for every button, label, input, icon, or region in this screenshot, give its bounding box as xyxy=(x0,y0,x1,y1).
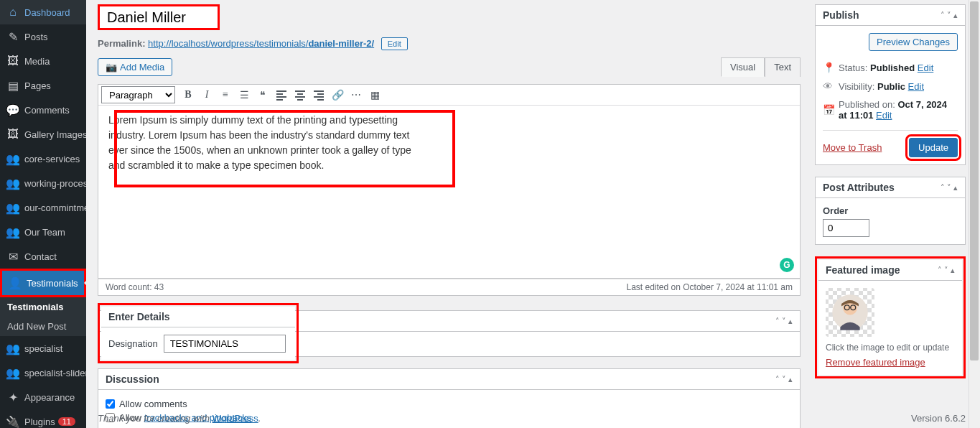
toggle-icon[interactable]: ▴ xyxy=(953,183,958,192)
calendar-icon: 📅 xyxy=(823,104,834,116)
menu-testimonials[interactable]: 👤Testimonials xyxy=(2,271,84,295)
editor-toolbar: Paragraph B I ≡ ☰ ❝ 🔗 ⋯ ▦ xyxy=(98,85,800,106)
bullet-list-button[interactable]: ≡ xyxy=(217,86,234,103)
allow-comments-label: Allow comments xyxy=(119,399,187,409)
remove-featured-image-link[interactable]: Remove featured image xyxy=(826,357,925,368)
publish-box: Publish ˄˅▴ Preview Changes 📍 Status: Pu… xyxy=(815,4,966,165)
move-down-icon[interactable]: ˅ xyxy=(782,375,786,384)
tab-text[interactable]: Text xyxy=(765,57,801,77)
bold-button[interactable]: B xyxy=(179,86,197,103)
menu-media[interactable]: 🖾Media xyxy=(0,49,86,73)
post-title-input[interactable] xyxy=(98,4,220,30)
format-select[interactable]: Paragraph xyxy=(101,86,175,103)
scrollbar[interactable] xyxy=(969,0,980,428)
menu-our-team[interactable]: 👥Our Team xyxy=(0,220,86,244)
edit-date-link[interactable]: Edit xyxy=(876,110,892,121)
italic-button[interactable]: I xyxy=(198,86,215,103)
group-icon: 👥 xyxy=(6,176,20,190)
pin-icon: ✎ xyxy=(6,29,20,44)
move-up-icon[interactable]: ˄ xyxy=(775,317,780,326)
submenu-all-testimonials[interactable]: Testimonials xyxy=(0,297,86,317)
toolbar-toggle-button[interactable]: ▦ xyxy=(366,86,383,103)
menu-label: Pages xyxy=(24,80,51,91)
move-up-icon[interactable]: ˄ xyxy=(938,266,942,275)
toggle-icon[interactable]: ▴ xyxy=(788,375,793,384)
move-down-icon[interactable]: ˅ xyxy=(782,317,786,326)
plugin-icon: 🔌 xyxy=(6,414,20,428)
page-icon: ▤ xyxy=(6,78,20,93)
submenu-add-new[interactable]: Add New Post xyxy=(0,317,86,336)
word-count: Word count: 43 xyxy=(106,282,164,292)
menu-appearance[interactable]: ✦Appearance xyxy=(0,385,86,409)
menu-working-process[interactable]: 👥working-process xyxy=(0,171,86,195)
edit-status-link[interactable]: Edit xyxy=(918,62,933,73)
order-input[interactable] xyxy=(823,219,869,237)
media-icon: 🖾 xyxy=(6,54,20,68)
link-button[interactable]: 🔗 xyxy=(329,86,346,103)
tab-visual[interactable]: Visual xyxy=(721,57,765,77)
quote-button[interactable]: ❝ xyxy=(254,86,271,103)
move-down-icon[interactable]: ˅ xyxy=(947,183,951,192)
menu-comments[interactable]: 💬Comments xyxy=(0,98,86,122)
menu-contact[interactable]: ✉Contact xyxy=(0,244,86,269)
move-to-trash-link[interactable]: Move to Trash xyxy=(823,142,882,153)
scrollbar-thumb[interactable] xyxy=(970,1,979,360)
numbered-list-button[interactable]: ☰ xyxy=(235,86,253,103)
user-icon: 👤 xyxy=(8,276,22,290)
gallery-icon: 🖼 xyxy=(6,127,20,141)
readmore-button[interactable]: ⋯ xyxy=(347,86,365,103)
menu-label: our-commintment xyxy=(24,203,86,213)
menu-label: Plugins xyxy=(24,417,55,427)
menu-our-commitment[interactable]: 👥our-commintment xyxy=(0,195,86,220)
edit-slug-button[interactable]: Edit xyxy=(381,37,408,50)
menu-dashboard[interactable]: ⌂Dashboard xyxy=(0,0,86,24)
featured-image-hint: Click the image to edit or update xyxy=(826,343,955,353)
avatar-icon xyxy=(829,292,871,333)
move-up-icon[interactable]: ˄ xyxy=(941,183,945,192)
move-down-icon[interactable]: ˅ xyxy=(947,11,951,20)
menu-label: core-services xyxy=(24,154,80,164)
move-down-icon[interactable]: ˅ xyxy=(944,266,948,275)
designation-label: Designation xyxy=(108,338,158,349)
wordpress-link[interactable]: WordPress xyxy=(213,413,258,424)
key-icon: 📍 xyxy=(823,62,834,73)
align-left-button[interactable] xyxy=(273,86,290,103)
menu-posts[interactable]: ✎Posts xyxy=(0,24,86,49)
editor-content-area[interactable]: Lorem Ipsum is simply dummy text of the … xyxy=(98,106,800,278)
featured-image-thumbnail[interactable] xyxy=(826,288,874,337)
align-right-button[interactable] xyxy=(310,86,327,103)
menu-gallery[interactable]: 🖼Gallery Images xyxy=(0,122,86,146)
toggle-icon[interactable]: ▴ xyxy=(788,317,793,326)
move-up-icon[interactable]: ˄ xyxy=(775,375,780,384)
move-up-icon[interactable]: ˄ xyxy=(941,11,945,20)
allow-comments-checkbox[interactable] xyxy=(106,399,115,409)
toggle-icon[interactable]: ▴ xyxy=(953,11,958,20)
permalink-link[interactable]: http://localhost/wordpress/testimonials/… xyxy=(148,38,374,49)
menu-pages[interactable]: ▤Pages xyxy=(0,73,86,98)
edit-visibility-link[interactable]: Edit xyxy=(908,81,924,92)
submenu-testimonials: Testimonials Add New Post xyxy=(0,297,86,336)
permalink-row: Permalink: http://localhost/wordpress/te… xyxy=(98,33,801,57)
grammarly-icon[interactable]: G xyxy=(780,258,794,272)
editor-text: Lorem Ipsum is simply dummy text of the … xyxy=(108,113,417,173)
add-media-button[interactable]: 📷 Add Media xyxy=(98,58,172,76)
update-button[interactable]: Update xyxy=(909,138,958,157)
menu-core-services[interactable]: 👥core-services xyxy=(0,146,86,171)
publish-heading: Publish xyxy=(823,9,859,21)
toggle-icon[interactable]: ▴ xyxy=(951,266,955,275)
menu-label: Comments xyxy=(24,105,70,116)
menu-plugins[interactable]: 🔌Plugins11 xyxy=(0,409,86,428)
menu-specialist[interactable]: 👥specialist xyxy=(0,336,86,360)
menu-label: specialist xyxy=(24,343,62,354)
featured-image-box: Featured image ˄˅▴ xyxy=(818,260,962,375)
visibility-icon: 👁 xyxy=(823,80,834,92)
preview-changes-button[interactable]: Preview Changes xyxy=(869,33,958,51)
menu-label: Media xyxy=(24,56,50,67)
designation-input[interactable] xyxy=(164,335,286,353)
order-label: Order xyxy=(823,205,848,216)
discussion-heading: Discussion xyxy=(106,373,159,385)
align-center-button[interactable] xyxy=(291,86,309,103)
group-icon: 👥 xyxy=(6,152,20,166)
menu-specialist-slider[interactable]: 👥specialist-slider xyxy=(0,360,86,385)
group-icon: 👥 xyxy=(6,200,20,215)
